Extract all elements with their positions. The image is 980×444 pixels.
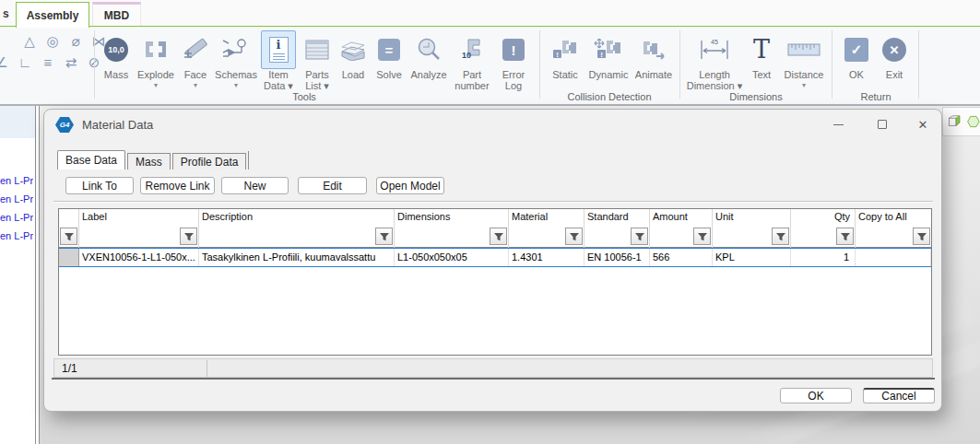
column-header[interactable]: Unit: [713, 209, 790, 225]
animate-button[interactable]: Animate: [632, 30, 676, 80]
filter-cell[interactable]: [509, 225, 584, 248]
minimize-button[interactable]: [831, 117, 845, 132]
analyze-button[interactable]: Analyze: [407, 30, 450, 80]
tree-item[interactable]: en L-Pr.: [0, 171, 33, 190]
filter-cell[interactable]: [584, 225, 649, 248]
tab-assembly[interactable]: Assembly: [16, 2, 89, 28]
filter-cell[interactable]: [395, 225, 508, 248]
tools-group-label: Tools: [292, 91, 316, 102]
description-cell[interactable]: Tasakylkinen L-Profiili, kuumavalssattu: [199, 249, 395, 266]
g4-app-icon: G4: [55, 117, 74, 133]
constraint-toolbar-row2: ∠ ∟ ≡ ⇄ ⊘: [0, 54, 101, 71]
material-cell[interactable]: 1.4301: [509, 249, 584, 266]
filter-cell[interactable]: [59, 225, 78, 248]
filter-cell[interactable]: [650, 225, 712, 248]
view-mode-icon[interactable]: [967, 111, 980, 132]
tab-partial-left[interactable]: s: [3, 7, 9, 20]
tab-mbd[interactable]: MBD: [92, 2, 141, 26]
concentric-constraint-icon[interactable]: ◎: [45, 33, 60, 50]
return-group-label: Return: [860, 91, 891, 102]
label-cell[interactable]: VXEN10056-1-L1-050x...: [79, 249, 199, 266]
filter-cell[interactable]: [856, 225, 931, 248]
filter-button[interactable]: [180, 228, 197, 245]
swap-constraint-icon[interactable]: ⇄: [64, 54, 78, 71]
distance-button[interactable]: Distance ▾: [780, 30, 828, 90]
unit-cell[interactable]: KPL: [713, 249, 791, 266]
exit-ribbon-button[interactable]: ✕ Exit: [875, 30, 914, 80]
filter-button[interactable]: [772, 228, 789, 245]
tree-item[interactable]: en L-Pr.: [0, 190, 33, 208]
solve-button[interactable]: = Solve: [371, 30, 407, 80]
tree-item[interactable]: en L-Pr.: [0, 227, 33, 245]
ok-ribbon-button[interactable]: ✓ OK: [838, 30, 875, 80]
angle-constraint-icon[interactable]: △: [22, 33, 37, 50]
dimensions-cell[interactable]: L1-050x050x05: [395, 249, 509, 266]
filter-cell[interactable]: [79, 225, 198, 248]
close-button[interactable]: ✕: [915, 117, 930, 132]
filter-button[interactable]: [490, 228, 507, 245]
item-data-button[interactable]: i Item Data ▾: [258, 30, 299, 91]
tab-profile-data[interactable]: Profile Data: [172, 153, 247, 169]
load-button[interactable]: Load: [336, 30, 371, 80]
dynamic-button[interactable]: ! Dynamic: [585, 30, 632, 80]
ribbon-separator: [918, 30, 919, 99]
face-button[interactable]: Face ▾: [177, 30, 214, 90]
dialog-cancel-button[interactable]: Cancel: [863, 388, 935, 403]
column-header[interactable]: Amount: [650, 209, 712, 225]
filter-button[interactable]: [913, 228, 930, 245]
column-header[interactable]: Copy to All: [856, 209, 931, 225]
dialog-ok-button[interactable]: OK: [780, 388, 852, 403]
dialog-titlebar[interactable]: G4 Material Data ✕: [44, 110, 941, 139]
tab-mass[interactable]: Mass: [127, 153, 171, 169]
static-button[interactable]: ! Static: [545, 30, 585, 80]
link-to-button[interactable]: Link To: [65, 177, 134, 194]
table-row[interactable]: VXEN10056-1-L1-050x... Tasakylkinen L-Pr…: [59, 248, 931, 267]
filter-button[interactable]: [565, 228, 583, 245]
column-header[interactable]: Standard: [584, 209, 649, 225]
tab-assembly-label: Assembly: [27, 9, 79, 22]
tree-item[interactable]: en L-Pr.: [0, 208, 33, 227]
row-selector-cell[interactable]: [59, 249, 79, 266]
filter-button[interactable]: [836, 228, 854, 245]
length-dimension-button[interactable]: 45 Length Dimension ▾: [686, 30, 743, 91]
perpendicular-constraint-icon[interactable]: ∟: [18, 54, 32, 71]
filter-button[interactable]: [375, 228, 393, 245]
qty-cell[interactable]: 1: [791, 249, 856, 266]
column-header[interactable]: Description: [199, 209, 394, 225]
amount-cell[interactable]: 566: [650, 249, 713, 266]
clipped-constraint-icon[interactable]: ∠: [0, 54, 9, 71]
mass-icon: 10,0: [104, 38, 128, 62]
view-cube-icon[interactable]: [947, 111, 962, 133]
parts-list-button[interactable]: Parts List ▾: [299, 30, 336, 91]
schemas-button[interactable]: Schemas ▾: [214, 30, 258, 90]
parallel-constraint-icon[interactable]: ≡: [41, 54, 55, 71]
column-header[interactable]: Qty: [791, 209, 855, 225]
column-header[interactable]: Material: [509, 209, 584, 225]
part-number-button[interactable]: 10 Part number: [450, 30, 494, 91]
standard-cell[interactable]: EN 10056-1: [584, 249, 650, 266]
filter-cell[interactable]: [713, 225, 790, 248]
edit-button[interactable]: Edit: [298, 177, 367, 194]
explode-icon: [143, 39, 169, 61]
text-button[interactable]: T Text: [743, 30, 780, 80]
error-log-button[interactable]: ! Error Log: [494, 30, 533, 91]
remove-link-button[interactable]: Remove Link: [140, 177, 215, 194]
diameter-constraint-icon[interactable]: ⌀: [68, 33, 83, 50]
column-header[interactable]: Label: [79, 209, 198, 225]
filter-button[interactable]: [693, 228, 711, 245]
text-icon: T: [753, 37, 770, 63]
filter-button[interactable]: [60, 228, 77, 245]
copy-to-all-cell[interactable]: [856, 249, 931, 266]
tab-base-data[interactable]: Base Data: [57, 150, 125, 169]
filter-button[interactable]: [631, 228, 648, 245]
mass-button[interactable]: 10,0 Mass: [98, 30, 135, 80]
explode-button[interactable]: Explode ▾: [135, 30, 177, 90]
svg-text:!: !: [556, 51, 559, 59]
new-button[interactable]: New: [221, 177, 289, 194]
maximize-button[interactable]: [875, 117, 890, 132]
filter-cell[interactable]: [791, 225, 855, 248]
column-header[interactable]: Dimensions: [395, 209, 508, 225]
filter-cell[interactable]: [199, 225, 394, 248]
open-model-button[interactable]: Open Model: [376, 177, 444, 194]
ribbon-separator: [539, 30, 540, 99]
